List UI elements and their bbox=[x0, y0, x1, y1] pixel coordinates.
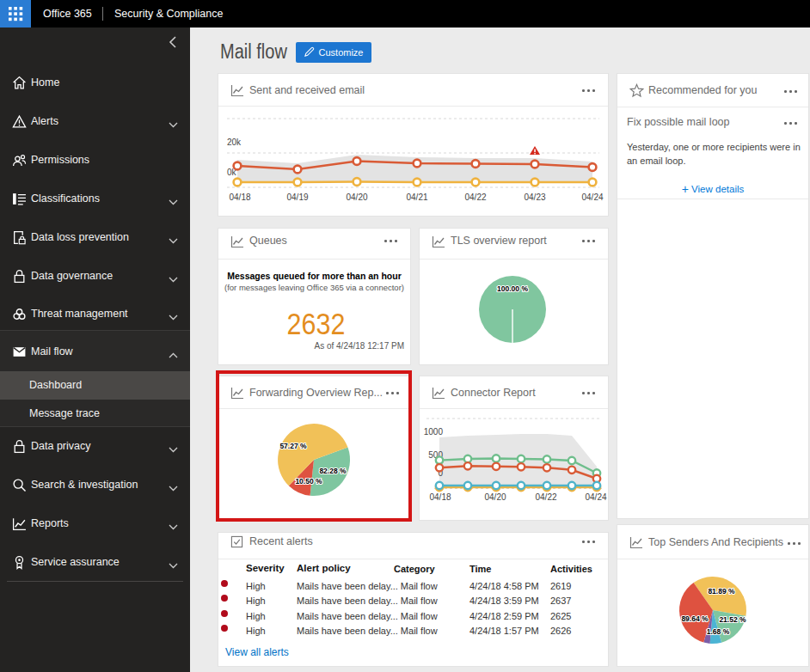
svg-text:04/20: 04/20 bbox=[484, 492, 506, 502]
svg-text:04/18: 04/18 bbox=[429, 492, 451, 502]
svg-text:1000: 1000 bbox=[424, 427, 444, 437]
svg-text:04/22: 04/22 bbox=[535, 492, 556, 502]
svg-text:04/22: 04/22 bbox=[464, 192, 486, 202]
svg-text:89.64 %: 89.64 % bbox=[681, 614, 709, 623]
svg-text:81.89 %: 81.89 % bbox=[708, 587, 735, 596]
svg-text:04/24: 04/24 bbox=[581, 192, 603, 202]
svg-text:04/24: 04/24 bbox=[585, 492, 606, 502]
svg-text:20k: 20k bbox=[227, 137, 242, 147]
svg-text:21.52 %: 21.52 % bbox=[719, 615, 746, 624]
svg-text:04/19: 04/19 bbox=[286, 192, 308, 202]
svg-text:04/21: 04/21 bbox=[406, 192, 427, 202]
svg-text:04/20: 04/20 bbox=[346, 192, 367, 202]
svg-text:100.00 %: 100.00 % bbox=[497, 284, 528, 293]
svg-text:1.68 %: 1.68 % bbox=[707, 627, 730, 636]
svg-text:04/18: 04/18 bbox=[229, 192, 250, 202]
svg-text:04/23: 04/23 bbox=[524, 192, 545, 202]
